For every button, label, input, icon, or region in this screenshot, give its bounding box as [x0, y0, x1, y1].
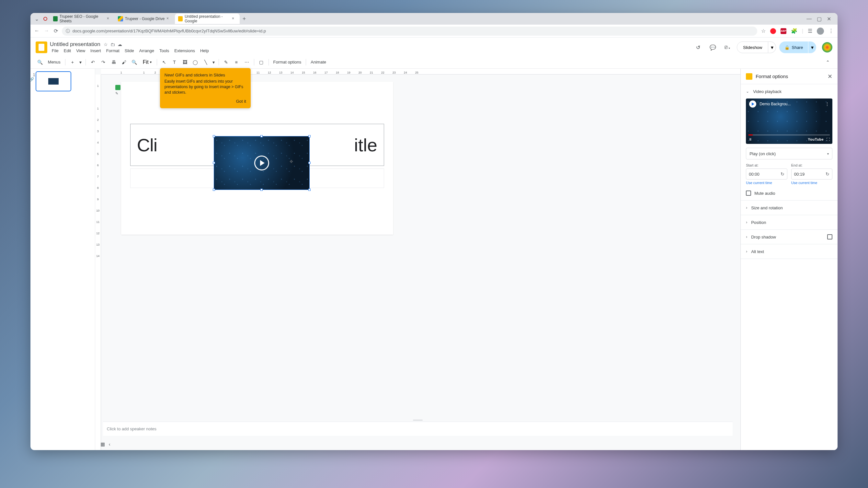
resize-handle-tl[interactable] [213, 135, 215, 138]
slideshow-button[interactable]: Slideshow [737, 41, 768, 53]
position-header[interactable]: › Position [741, 215, 838, 230]
tab-sheets[interactable]: Trupeer SEO - Google Sheets × [50, 13, 115, 24]
print-button[interactable]: 🖶 [109, 58, 118, 67]
bookmark-icon[interactable]: ☆ [761, 28, 766, 34]
search-menus-icon[interactable]: 🔍 [36, 58, 45, 67]
menu-help[interactable]: Help [198, 48, 211, 54]
meet-icon[interactable]: ⎚▾ [722, 41, 734, 53]
slides-logo[interactable] [36, 41, 47, 53]
speaker-notes[interactable]: Click to add speaker notes [103, 422, 733, 436]
zoom-fit-dropdown[interactable]: Fit▾ [140, 59, 154, 65]
abp-extension-icon[interactable]: ABP [780, 28, 786, 34]
fullscreen-icon[interactable]: ⛶ [826, 138, 830, 141]
new-slide-button[interactable]: + [68, 58, 77, 67]
reload-icon[interactable]: ↻ [780, 172, 784, 177]
menu-slide[interactable]: Slide [123, 48, 136, 54]
resize-handle-mr[interactable] [308, 162, 311, 164]
share-button[interactable]: 🔒 Share [779, 41, 808, 53]
reading-list-icon[interactable]: ☰ [808, 28, 812, 34]
tab-slides-active[interactable]: Untitled presentation - Google × [175, 13, 240, 24]
video-playback-header[interactable]: ⌄ Video playback [741, 84, 838, 98]
size-rotation-header[interactable]: › Size and rotation [741, 201, 838, 215]
link-icon[interactable]: 🔗 [30, 77, 34, 82]
close-window-button[interactable]: ✕ [827, 16, 831, 22]
image-tool[interactable]: 🖼 [180, 58, 189, 67]
recording-indicator[interactable] [43, 17, 47, 21]
chrome-menu-icon[interactable]: ⋮ [829, 28, 834, 34]
resize-handle-tr[interactable] [308, 135, 311, 138]
new-slide-dropdown[interactable]: ▾ [79, 58, 83, 67]
play-mode-dropdown[interactable]: Play (on click)▾ [746, 148, 832, 159]
resize-handle-br[interactable] [308, 189, 311, 191]
back-button[interactable]: ← [34, 28, 39, 34]
play-icon[interactable] [254, 156, 269, 171]
opera-extension-icon[interactable] [770, 28, 776, 34]
menu-extensions[interactable]: Extensions [172, 48, 197, 54]
resize-handle-tm[interactable] [260, 135, 263, 138]
close-tab-icon[interactable]: × [166, 16, 172, 21]
resize-handle-bm[interactable] [260, 189, 263, 191]
history-icon[interactable]: ↺ [692, 41, 704, 53]
mask-button[interactable]: ▢ [257, 58, 266, 67]
menu-tools[interactable]: Tools [157, 48, 171, 54]
close-panel-button[interactable]: ✕ [828, 73, 832, 80]
start-time-input[interactable]: 00:00 ↻ [746, 169, 787, 180]
border-color-button[interactable]: ✎ [221, 58, 230, 67]
doc-title[interactable]: Untitled presentation [50, 41, 100, 48]
border-dash-button[interactable]: ⋯ [242, 58, 251, 67]
star-icon[interactable]: ☆ [104, 42, 108, 47]
move-icon[interactable]: 🗀 [111, 42, 115, 47]
menu-edit[interactable]: Edit [62, 48, 73, 54]
menus-button[interactable]: Menus [46, 60, 63, 64]
tab-drive[interactable]: Trupeer - Google Drive × [115, 13, 175, 24]
tooltip-got-it-button[interactable]: Got it [164, 99, 246, 104]
use-current-time-start[interactable]: Use current time [746, 181, 787, 185]
border-weight-button[interactable]: ≡ [232, 58, 241, 67]
menu-format[interactable]: Format [104, 48, 121, 54]
alt-text-header[interactable]: › Alt text [741, 244, 838, 258]
drop-shadow-header[interactable]: › Drop shadow [741, 230, 838, 244]
minimize-button[interactable]: — [806, 16, 812, 22]
account-avatar[interactable] [822, 42, 832, 53]
cloud-status-icon[interactable]: ☁ [118, 42, 122, 47]
text-box-tool[interactable]: T [170, 58, 179, 67]
comments-icon[interactable]: 💬 [707, 41, 719, 53]
collapse-toolbar-button[interactable]: ⌃ [823, 58, 832, 67]
grid-view-icon[interactable]: ▦ [100, 441, 105, 447]
end-time-input[interactable]: 00:19 ↻ [791, 169, 833, 180]
paint-format-button[interactable]: 🖌 [120, 58, 129, 67]
video-menu-icon[interactable]: ⋮ [825, 102, 829, 106]
format-options-button[interactable]: Format options [271, 60, 304, 64]
maximize-button[interactable]: ▢ [817, 16, 822, 22]
reload-button[interactable]: ⟳ [54, 28, 58, 34]
undo-button[interactable]: ↶ [88, 58, 97, 67]
line-tool[interactable]: ╲ [201, 58, 210, 67]
video-preview[interactable]: Demo Backgrou... ⋮ ⏸ YouTube ⛶ [746, 98, 832, 144]
mute-audio-checkbox[interactable] [746, 190, 751, 196]
menu-insert[interactable]: Insert [88, 48, 103, 54]
share-dropdown[interactable]: ▾ [808, 41, 816, 53]
youtube-logo[interactable]: YouTube [808, 138, 824, 141]
close-tab-icon[interactable]: × [232, 16, 237, 21]
new-tab-button[interactable]: + [240, 14, 249, 23]
collapse-panel-icon[interactable]: ‹ [109, 441, 111, 447]
slideshow-dropdown[interactable]: ▾ [768, 41, 776, 53]
animate-button[interactable]: Animate [309, 60, 328, 64]
reload-icon[interactable]: ↻ [826, 172, 830, 177]
menu-arrange[interactable]: Arrange [137, 48, 156, 54]
close-tab-icon[interactable]: × [107, 16, 112, 21]
pause-icon[interactable]: ⏸ [748, 138, 752, 141]
notes-resize-handle[interactable] [99, 419, 737, 422]
line-dropdown[interactable]: ▾ [212, 58, 216, 67]
shape-tool[interactable]: ◯ [191, 58, 200, 67]
resize-handle-ml[interactable] [213, 162, 215, 164]
site-info-icon[interactable]: ⓘ [66, 28, 70, 34]
use-current-time-end[interactable]: Use current time [791, 181, 833, 185]
template-badge-icon[interactable] [115, 85, 121, 90]
extensions-icon[interactable]: 🧩 [791, 28, 797, 34]
menu-file[interactable]: File [50, 48, 61, 54]
resize-handle-bl[interactable] [213, 189, 215, 191]
menu-view[interactable]: View [74, 48, 87, 54]
redo-button[interactable]: ↷ [99, 58, 108, 67]
forward-button[interactable]: → [44, 28, 49, 34]
